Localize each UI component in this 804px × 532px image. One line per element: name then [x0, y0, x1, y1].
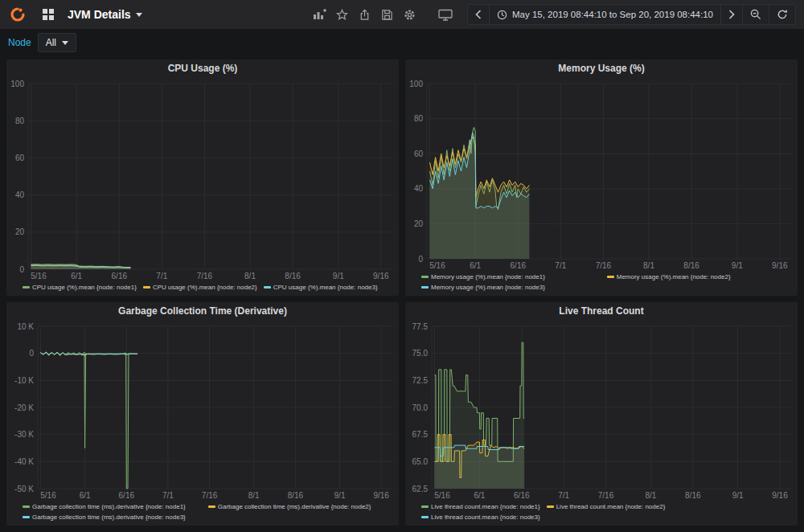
- page-title: JVM Details: [68, 8, 131, 21]
- series-color-marker: [421, 286, 429, 289]
- time-shift-back-button[interactable]: [467, 4, 490, 25]
- svg-text:8/16: 8/16: [285, 272, 301, 280]
- series-label: Live thread count.mean {node: node1}: [431, 501, 540, 512]
- panel-live-thread-count: Live Thread Count 62.565.067.570.072.575…: [405, 302, 798, 526]
- legend-item[interactable]: Garbage collection time (ms).derivative …: [23, 512, 202, 522]
- chart-plot[interactable]: 62.565.067.570.072.575.077.55/166/16/167…: [405, 320, 798, 501]
- chart-canvas[interactable]: 10 K0-10 K-20 K-30 K-40 K-50 K5/166/16/1…: [6, 320, 399, 501]
- chart-canvas[interactable]: 0204060801005/166/16/167/17/168/18/169/1…: [405, 77, 798, 272]
- add-panel-icon: [313, 8, 327, 21]
- panel-cpu-usage: CPU Usage (%) 0204060801005/166/16/167/1…: [6, 59, 399, 296]
- monitor-icon: [438, 9, 453, 21]
- panel-title[interactable]: Memory Usage (%): [405, 59, 798, 77]
- svg-text:7/16: 7/16: [598, 491, 614, 500]
- chevron-left-icon: [475, 10, 482, 19]
- tv-mode-button[interactable]: [434, 4, 457, 25]
- chevron-down-icon: [62, 41, 68, 45]
- panel-memory-usage: Memory Usage (%) 0204060801005/166/16/16…: [405, 59, 798, 296]
- series-color-marker: [208, 505, 215, 508]
- chart-canvas[interactable]: 62.565.067.570.072.575.077.55/166/16/167…: [405, 320, 798, 501]
- svg-text:9/16: 9/16: [373, 491, 389, 500]
- legend-item[interactable]: Live thread count.mean {node: node2}: [547, 501, 666, 512]
- zoom-out-button[interactable]: [742, 4, 769, 25]
- legend-item[interactable]: Memory usage (%).mean {node: node1}: [421, 272, 601, 282]
- svg-text:9/1: 9/1: [732, 491, 744, 500]
- svg-text:67.5: 67.5: [412, 430, 429, 439]
- variable-label: Node: [8, 37, 31, 48]
- legend-item[interactable]: CPU usage (%).mean {node: node3}: [264, 282, 378, 293]
- chevron-right-icon: [728, 10, 735, 19]
- legend-item[interactable]: Memory usage (%).mean {node: node3}: [421, 282, 601, 293]
- legend-item[interactable]: Garbage collection time (ms).derivative …: [208, 501, 388, 512]
- star-dashboard-button[interactable]: [331, 4, 354, 25]
- series-color-marker: [23, 516, 30, 518]
- legend-item[interactable]: Memory usage (%).mean {node: node2}: [607, 272, 786, 282]
- svg-text:7/16: 7/16: [197, 272, 213, 280]
- star-icon: [336, 9, 348, 21]
- svg-text:40: 40: [414, 184, 424, 193]
- svg-text:65.0: 65.0: [412, 457, 429, 466]
- panel-legend: Live thread count.mean {node: node1}Live…: [405, 501, 798, 526]
- series-label: Garbage collection time (ms).derivative …: [32, 501, 186, 512]
- panel-title[interactable]: Garbage Collection Time (Derivative): [6, 302, 399, 320]
- svg-text:7/16: 7/16: [596, 261, 612, 270]
- series-label: Memory usage (%).mean {node: node2}: [617, 272, 731, 282]
- grafana-logo[interactable]: [6, 4, 29, 25]
- svg-text:5/16: 5/16: [429, 261, 445, 270]
- svg-text:7/1: 7/1: [156, 272, 167, 280]
- legend-item[interactable]: CPU usage (%).mean {node: node2}: [143, 282, 257, 293]
- series-label: CPU usage (%).mean {node: node2}: [153, 282, 257, 293]
- svg-text:0: 0: [29, 349, 34, 358]
- save-dashboard-button[interactable]: [376, 4, 399, 25]
- legend-item[interactable]: Live thread count.mean {node: node3}: [421, 512, 540, 522]
- svg-text:20: 20: [414, 219, 424, 228]
- svg-text:-40 K: -40 K: [14, 457, 34, 466]
- series-label: Garbage collection time (ms).derivative …: [218, 501, 371, 512]
- series-label: CPU usage (%).mean {node: node1}: [32, 282, 137, 293]
- svg-text:8/1: 8/1: [248, 491, 260, 500]
- series-color-marker: [23, 505, 30, 508]
- svg-text:77.5: 77.5: [412, 322, 429, 331]
- svg-text:6/1: 6/1: [80, 491, 91, 500]
- legend-item[interactable]: Garbage collection time (ms).derivative …: [23, 501, 202, 512]
- svg-text:6/16: 6/16: [119, 491, 135, 500]
- variable-value-dropdown[interactable]: All: [38, 33, 76, 52]
- add-panel-button[interactable]: [309, 4, 331, 25]
- time-shift-forward-button[interactable]: [720, 4, 743, 25]
- svg-text:9/16: 9/16: [772, 491, 788, 500]
- gear-icon: [404, 9, 416, 21]
- refresh-button[interactable]: [769, 4, 796, 25]
- chart-plot[interactable]: 0204060801005/166/16/167/17/168/18/169/1…: [405, 77, 798, 272]
- series-color-marker: [547, 505, 554, 508]
- dashboard-title-dropdown[interactable]: JVM Details: [68, 8, 142, 21]
- grafana-logo-icon: [10, 6, 26, 23]
- dashboard-settings-button[interactable]: [399, 4, 421, 25]
- series-label: Live thread count.mean {node: node2}: [556, 501, 666, 512]
- chart-plot[interactable]: 10 K0-10 K-20 K-30 K-40 K-50 K5/166/16/1…: [6, 320, 399, 501]
- chevron-down-icon: [136, 13, 142, 17]
- time-controls: May 15, 2019 08:44:10 to Sep 20, 2019 08…: [468, 4, 796, 25]
- submenu: Node All: [0, 29, 804, 56]
- share-dashboard-button[interactable]: [354, 4, 376, 25]
- series-color-marker: [143, 286, 150, 289]
- legend-item[interactable]: Live thread count.mean {node: node1}: [421, 501, 540, 512]
- time-range-button[interactable]: May 15, 2019 08:44:10 to Sep 20, 2019 08…: [489, 4, 721, 25]
- panel-title[interactable]: CPU Usage (%): [6, 59, 399, 77]
- svg-text:75.0: 75.0: [412, 349, 429, 358]
- chart-canvas[interactable]: 0204060801005/166/16/167/17/168/18/169/1…: [6, 77, 399, 282]
- svg-text:9/1: 9/1: [732, 261, 743, 270]
- svg-text:9/16: 9/16: [373, 272, 389, 280]
- svg-text:6/1: 6/1: [470, 261, 481, 270]
- legend-item[interactable]: CPU usage (%).mean {node: node1}: [23, 282, 137, 293]
- panel-title[interactable]: Live Thread Count: [405, 302, 798, 320]
- svg-text:5/16: 5/16: [434, 491, 450, 500]
- svg-text:70.0: 70.0: [412, 403, 429, 412]
- chart-plot[interactable]: 0204060801005/166/16/167/17/168/18/169/1…: [6, 77, 399, 282]
- svg-text:9/1: 9/1: [333, 272, 344, 280]
- series-color-marker: [23, 286, 30, 289]
- panel-legend: CPU usage (%).mean {node: node1}CPU usag…: [6, 282, 399, 296]
- dashboards-grid-icon[interactable]: [37, 4, 59, 25]
- svg-text:-10 K: -10 K: [14, 376, 34, 385]
- clock-icon: [497, 10, 507, 20]
- svg-text:7/1: 7/1: [558, 491, 569, 500]
